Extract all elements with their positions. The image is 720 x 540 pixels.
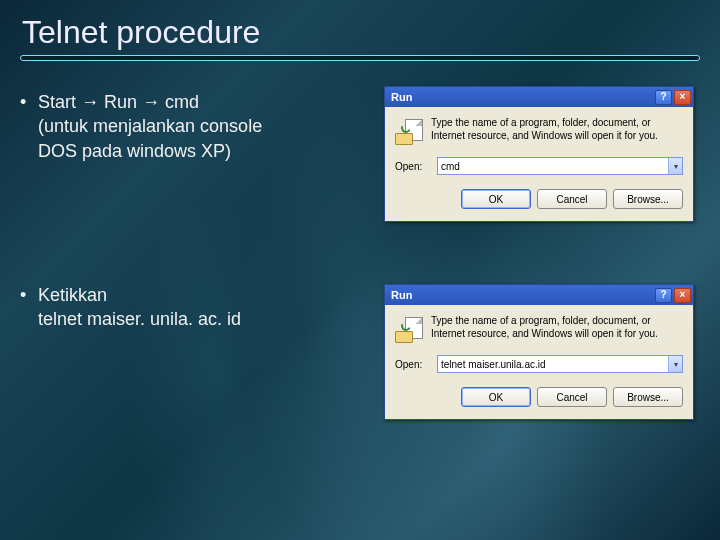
dropdown-button[interactable]: ▾ (668, 158, 682, 174)
text-fragment: (untuk menjalankan console (38, 116, 262, 136)
cancel-button[interactable]: Cancel (537, 387, 607, 407)
ok-button[interactable]: OK (461, 387, 531, 407)
dialog-description: Type the name of a program, folder, docu… (431, 315, 683, 340)
help-button[interactable]: ? (655, 288, 672, 303)
input-value: telnet maiser.unila.ac.id (441, 359, 546, 370)
run-icon (395, 315, 423, 343)
cancel-button[interactable]: Cancel (537, 189, 607, 209)
text-fragment: cmd (160, 92, 199, 112)
bullet-item: • Ketikkan telnet maiser. unila. ac. id (20, 283, 360, 332)
bullet-marker: • (20, 90, 38, 163)
dropdown-button[interactable]: ▾ (668, 356, 682, 372)
dialog-body: Type the name of a program, folder, docu… (385, 107, 693, 221)
title-underline (20, 55, 700, 61)
run-icon (395, 117, 423, 145)
open-input[interactable]: telnet maiser.unila.ac.id ▾ (437, 355, 683, 373)
bullet-text: Start → Run → cmd (untuk menjalankan con… (38, 90, 262, 163)
text-fragment: telnet maiser. unila. ac. id (38, 309, 241, 329)
help-button[interactable]: ? (655, 90, 672, 105)
slide-body: • Start → Run → cmd (untuk menjalankan c… (20, 90, 360, 451)
slide-title: Telnet procedure (22, 14, 698, 51)
open-input[interactable]: cmd ▾ (437, 157, 683, 175)
dialog-body: Type the name of a program, folder, docu… (385, 305, 693, 419)
ok-button[interactable]: OK (461, 189, 531, 209)
bullet-item: • Start → Run → cmd (untuk menjalankan c… (20, 90, 360, 163)
dialog-titlebar[interactable]: Run ? × (385, 87, 693, 107)
run-dialog: Run ? × Type the name of a program, fold… (384, 86, 694, 222)
bullet-text: Ketikkan telnet maiser. unila. ac. id (38, 283, 241, 332)
dialog-titlebar[interactable]: Run ? × (385, 285, 693, 305)
open-label: Open: (395, 359, 429, 370)
text-fragment: Run (99, 92, 142, 112)
text-fragment: Start (38, 92, 81, 112)
input-value: cmd (441, 161, 460, 172)
browse-button[interactable]: Browse... (613, 387, 683, 407)
close-button[interactable]: × (674, 288, 691, 303)
dialog-title: Run (391, 289, 412, 301)
open-label: Open: (395, 161, 429, 172)
arrow-icon: → (142, 92, 160, 112)
run-dialog: Run ? × Type the name of a program, fold… (384, 284, 694, 420)
close-button[interactable]: × (674, 90, 691, 105)
arrow-icon: → (81, 92, 99, 112)
text-fragment: DOS pada windows XP) (38, 141, 231, 161)
bullet-marker: • (20, 283, 38, 332)
text-fragment: Ketikkan (38, 285, 107, 305)
browse-button[interactable]: Browse... (613, 189, 683, 209)
dialog-description: Type the name of a program, folder, docu… (431, 117, 683, 142)
dialog-title: Run (391, 91, 412, 103)
slide-title-area: Telnet procedure (22, 14, 698, 61)
